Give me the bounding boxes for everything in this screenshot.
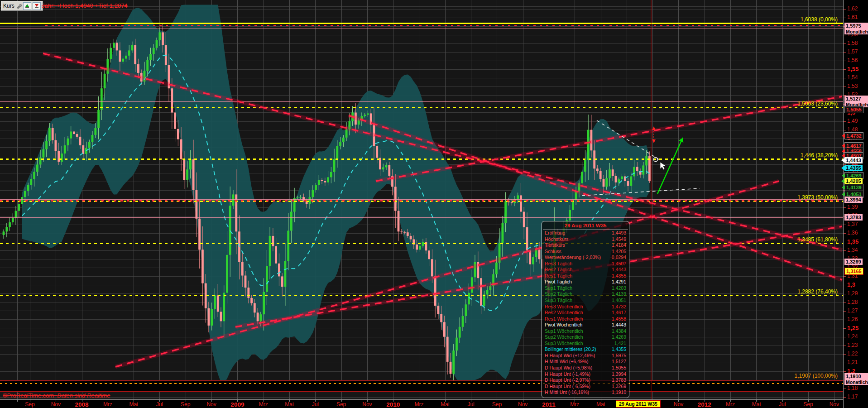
x-axis-label: Jul: [467, 401, 474, 408]
tooltip-row: Res1 Täglich1,4355: [542, 273, 629, 279]
y-axis-tickmark: [844, 354, 846, 355]
x-axis-label: 2009: [230, 401, 244, 408]
x-axis-label: Mrz: [415, 401, 424, 408]
y-axis-tickmark: [844, 397, 846, 398]
y-axis-tick-label: 1,21: [847, 359, 858, 365]
fib-level-label: 1,446 (38,20%): [801, 152, 838, 158]
x-axis-label: 2011: [542, 401, 555, 408]
current-date-marker: 29 Aug 2011 W35: [616, 400, 661, 408]
y-axis-tick-label: 1,24: [847, 333, 858, 340]
tooltip-row: Sup2 Wöchentlich1,4269: [542, 334, 629, 341]
scale-down-button[interactable]: [33, 2, 41, 10]
y-axis-tick-label: 1,58: [847, 40, 858, 46]
level-arrow-icon: [842, 173, 845, 178]
y-axis-tickmark: [844, 302, 846, 303]
y-axis-tickmark: [844, 86, 846, 87]
y-axis-tick-label: 1,61: [847, 14, 858, 20]
tooltip-row: Sup1 Wöchentlich1,4384: [542, 328, 629, 335]
price-axis[interactable]: 1,621,611,61,591,581,571,561,551,541,531…: [843, 0, 868, 408]
x-axis-label: 2012: [698, 401, 711, 408]
tooltip-row: Res2 Wöchentlich1,4617: [542, 310, 629, 316]
y-axis-tickmark: [844, 18, 846, 18]
trading-chart-window: 1,6038 (0,00%)1,5063 (23,60%)1,446 (38,2…: [0, 0, 868, 408]
fib-level-label: 1,5063 (23,60%): [797, 101, 838, 107]
x-axis-label: 2010: [386, 401, 400, 408]
y-axis-tick-label: 1,18: [847, 385, 858, 391]
fib-level-label: 1,2882 (76,40%): [797, 288, 838, 295]
fib-level-label: 1,6038 (0,00%): [801, 16, 838, 23]
price-level-badge: 1,4205: [844, 178, 863, 184]
y-axis-tickmark: [844, 61, 846, 61]
price-level-badge: 1,4355: [844, 165, 863, 171]
price-level-badge: 1,3994: [844, 197, 863, 203]
price-level-badge: 1,3269: [844, 259, 863, 265]
y-axis-tickmark: [844, 130, 846, 130]
x-axis-label: Nov: [51, 401, 61, 408]
x-axis-label: Mai: [596, 401, 605, 408]
x-axis-label: Nov: [362, 401, 372, 408]
tooltip-row: Schluss1,4205: [542, 249, 629, 255]
tooltip-row: H Mittl Unt (-16,16%)1,1910: [542, 389, 629, 396]
tooltip-date-title: 29 Aug 2011 W35: [543, 222, 628, 230]
tooltip-row: Tiefstkurs1,4184: [542, 242, 629, 249]
x-axis-label: Mai: [285, 401, 293, 408]
y-axis-tickmark: [844, 242, 846, 242]
tooltip-row: Sup3 Wöchentlich1,421: [542, 341, 629, 347]
y-axis-tick-label: 1,37: [847, 221, 858, 227]
y-axis-tick-label: 1,22: [847, 350, 858, 357]
y-axis-tickmark: [844, 328, 846, 329]
price-level-badge: 1,4732: [844, 132, 863, 139]
y-axis-tick-label: 1,29: [847, 290, 858, 297]
price-level-badge: 1,4139: [844, 184, 863, 191]
year-high-low-info: Jahr: +Hoch 1,4940 +Tief 1,2874: [42, 2, 128, 9]
y-axis-tickmark: [844, 320, 846, 320]
y-axis-tickmark: [844, 276, 846, 277]
tooltip-row: Res2 Täglich1,4443: [542, 267, 629, 273]
y-axis-tick-label: 1,26: [847, 316, 858, 322]
time-axis[interactable]: SepNov2008MrzMaiJulSepNov2009MrzMaiJulSe…: [0, 399, 843, 408]
tooltip-rows: Eröffnung1,4493Höchstkurs1,4549Tiefstkur…: [542, 230, 629, 396]
price-chart-area[interactable]: 1,6038 (0,00%)1,5063 (23,60%)1,446 (38,2…: [0, 0, 843, 399]
y-axis-tickmark: [844, 52, 846, 53]
y-axis-tick-label: 1,17: [847, 394, 858, 400]
x-axis-label: Mrz: [259, 401, 268, 408]
y-axis-tick-label: 1,57: [847, 48, 858, 55]
scale-up-button[interactable]: [23, 2, 31, 10]
y-axis-tickmark: [844, 285, 846, 285]
x-axis-label: Sep: [803, 401, 813, 408]
y-axis-tick-label: 1,27: [847, 307, 858, 314]
x-axis-label: Mrz: [103, 401, 112, 408]
level-arrow-icon: [841, 166, 844, 170]
tooltip-row: D Haupt Wid (+5,98%)1,5055: [542, 365, 629, 371]
y-axis-tick-label: 1,36: [847, 230, 858, 236]
y-axis-tickmark: [844, 225, 846, 225]
x-axis-label: Jul: [312, 401, 319, 408]
y-axis-tick-label: 1,49: [847, 118, 858, 124]
tooltip-row: Sup3 Täglich1,4051: [542, 298, 629, 304]
tooltip-row: D Haupt Unt (-6,59%)1,3269: [542, 384, 629, 390]
x-axis-label: Mai: [441, 401, 449, 408]
price-level-badge: 1,4443: [844, 157, 863, 163]
y-axis-tickmark: [844, 311, 846, 312]
watermark: ©ProRealTime.com Daten sind Realtime: [3, 392, 110, 399]
fib-level-label: 1,3973 (50,00%): [797, 194, 838, 201]
y-axis-tick-label: 1,39: [847, 204, 858, 210]
y-axis-tick-label: 1,35: [847, 238, 858, 245]
green-up-arrow-icon: [25, 4, 29, 7]
y-axis-tickmark: [844, 121, 846, 122]
price-level-badge: 1,1910Monatlich: [844, 373, 868, 385]
y-axis-tickmark: [844, 250, 846, 251]
tooltip-row: Wertveränderung (-2,03%)-0,0294: [542, 254, 629, 261]
tooltip-row: Pivot Wöchentlich1,4443: [542, 322, 629, 328]
y-axis-tickmark: [844, 346, 846, 346]
x-axis-label: Nov: [518, 401, 528, 408]
y-axis-tickmark: [844, 363, 846, 363]
x-axis-label: Nov: [206, 401, 216, 408]
wrench-icon[interactable]: [16, 3, 22, 9]
y-axis-tick-label: 1,62: [847, 5, 858, 12]
tooltip-row: D Haupt Unt (-2,97%)1,3783: [542, 377, 629, 384]
fib-level-label: 1,3485 (61,80%): [797, 236, 838, 243]
y-axis-tick-label: 1,56: [847, 57, 858, 63]
x-axis-label: Sep: [181, 401, 190, 408]
y-axis-tickmark: [844, 337, 846, 337]
